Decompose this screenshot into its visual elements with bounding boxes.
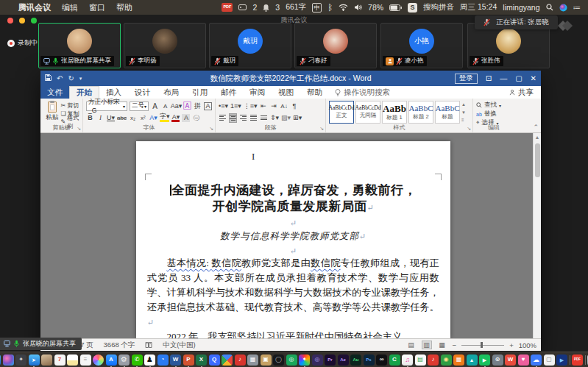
clipboard-dialog-launcher[interactable]: ↘ (77, 126, 81, 132)
font-name-combo[interactable]: 方正小标宋_G▾ (86, 101, 127, 111)
notification-count-icon[interactable] (238, 4, 247, 11)
tab-references[interactable]: 引用 (185, 86, 214, 99)
dock-icon[interactable]: ✶ (299, 354, 310, 366)
dock-icon[interactable]: ▶ (556, 354, 567, 366)
tab-mailings[interactable]: 邮件 (214, 86, 243, 99)
dock-icon[interactable]: Ps (364, 354, 375, 366)
participant-tile[interactable]: 张居晓的屏幕共享 (38, 23, 121, 68)
participant-tile[interactable]: 小艳 凌小艳 (380, 23, 463, 68)
shrink-font-button[interactable]: A (161, 101, 169, 111)
close-button[interactable]: ✕ (531, 74, 536, 82)
dock-icon[interactable]: C (389, 354, 400, 366)
style-title[interactable]: AaBbC 标题 (435, 101, 460, 124)
align-left-button[interactable] (219, 113, 227, 123)
participant-tile[interactable]: 刁春好 (294, 23, 377, 68)
sogou-label[interactable]: 搜狗拼音 (423, 2, 454, 13)
dock-icon[interactable]: ✆ (132, 354, 143, 366)
styles-gallery-expand[interactable]: ≡ (461, 118, 466, 122)
ribbon-display-options-icon[interactable]: ⊡ (486, 74, 492, 82)
menubar-clock[interactable]: 周三 15:24 (460, 2, 497, 13)
dock-icon[interactable]: ◔ (157, 354, 169, 366)
participant-tile[interactable]: 戴玥 戴玥 (209, 23, 291, 68)
style-heading2[interactable]: AaBbC 标题 2 (408, 101, 433, 124)
distribute-button[interactable] (260, 113, 268, 123)
dock-icon[interactable]: Q (209, 354, 220, 366)
dock-icon[interactable]: ◉ (441, 354, 452, 366)
dock-icon[interactable]: ▦ (247, 354, 258, 366)
styles-scroll-down[interactable]: ▼ (461, 110, 466, 115)
print-layout-button[interactable]: ▥ (422, 341, 432, 349)
tell-me-search[interactable]: 操作说明搜索 (329, 86, 396, 99)
menu-app-name[interactable]: 腾讯会议 (18, 2, 51, 13)
justify-button[interactable] (249, 113, 258, 123)
dock-icon[interactable]: ♪ (235, 354, 246, 366)
style-heading1[interactable]: AaBb 标题 1 (382, 101, 407, 124)
dock-icon[interactable]: ▣ (261, 354, 272, 366)
volume-icon[interactable] (354, 4, 362, 11)
tab-file[interactable]: 文件 (40, 86, 69, 99)
dock-icon[interactable]: ⚙ (118, 354, 130, 366)
dock-icon[interactable]: ▤ (415, 354, 426, 366)
dock-icon[interactable]: ▶ (479, 354, 490, 366)
subscript-button[interactable]: x₂ (129, 113, 137, 123)
ime-indicator[interactable]: 中 (312, 3, 322, 13)
font-dialog-launcher[interactable]: ↘ (209, 126, 213, 132)
scroll-up-arrow[interactable]: ▲ (534, 135, 541, 140)
tab-review[interactable]: 审阅 (243, 86, 272, 99)
paragraph-dialog-launcher[interactable]: ↘ (319, 126, 324, 132)
document-page[interactable]: I 全面提升内涵建设，踔厉奋发，勇毅前行， 开创学院高质量发展新局面↵ ↵ 数学… (136, 141, 450, 338)
maximize-button[interactable]: ▢ (515, 74, 522, 82)
participant-tile[interactable]: 张胜伟 (467, 23, 550, 68)
text-effects-button[interactable]: A▾ (149, 113, 157, 123)
vertical-scrollbar[interactable]: ▲ (533, 133, 541, 338)
menu-help[interactable]: 帮助 (116, 2, 132, 13)
dock-icon[interactable]: ◯ (273, 354, 284, 366)
bold-button[interactable]: B (86, 113, 94, 123)
phonetic-guide-button[interactable]: 拼 (194, 101, 202, 111)
italic-button[interactable]: I (96, 113, 105, 123)
tab-insert[interactable]: 插入 (99, 86, 128, 99)
dock-icon[interactable]: ✦ (15, 354, 26, 366)
dock-icon[interactable]: W (505, 354, 516, 366)
dock-icon[interactable] (93, 354, 104, 366)
spotlight-search-icon[interactable] (546, 4, 553, 11)
align-right-button[interactable] (239, 113, 247, 123)
dock-icon[interactable]: Pr (325, 354, 336, 366)
dock-icon[interactable] (585, 355, 586, 365)
sogou-icon[interactable]: S (408, 3, 417, 13)
signin-button[interactable]: 登录 (455, 74, 478, 84)
bluetooth-icon[interactable]: ᛒ (327, 3, 333, 12)
notification-center-icon[interactable]: ≔ (573, 3, 581, 12)
multilevel-list-button[interactable]: ⋮≡▾ (244, 101, 258, 111)
dock-icon[interactable]: A (106, 354, 117, 366)
replace-button[interactable]: ab 替换 (476, 110, 511, 118)
dock-icon[interactable] (570, 355, 570, 365)
dock-icon[interactable] (3, 354, 14, 366)
cut-button[interactable]: ✂ 剪切 (60, 101, 79, 110)
redo-icon[interactable]: ↻ (68, 74, 74, 82)
battery-icon[interactable] (389, 4, 402, 11)
shading-button[interactable]: ▨▾ (281, 113, 291, 123)
sort-button[interactable]: A↓ (280, 101, 288, 111)
tab-help[interactable]: 帮助 (300, 86, 329, 99)
line-spacing-button[interactable]: ⇕▾ (270, 113, 279, 123)
dock-icon[interactable]: Ae (338, 354, 349, 366)
dock-icon[interactable] (222, 354, 233, 366)
wifi-icon[interactable] (339, 4, 348, 11)
align-center-button[interactable] (229, 113, 237, 123)
find-button[interactable]: 查找 ▾ (476, 101, 511, 110)
dock-icon[interactable]: X (196, 354, 207, 366)
dock-icon[interactable]: ♪ (428, 354, 439, 366)
dock-icon[interactable]: ▢ (544, 354, 555, 366)
style-no-spacing[interactable]: AaBbCcDd 无间隔 (355, 101, 380, 124)
change-case-button[interactable]: Aa▾ (171, 101, 181, 111)
pdf-status-icon[interactable]: PDF (222, 3, 233, 12)
undo-icon[interactable]: ↶ (57, 74, 63, 82)
paste-button[interactable]: 粘贴 (43, 100, 60, 126)
styles-scroll-up[interactable]: ▲ (461, 102, 466, 107)
zoom-in-button[interactable]: + (509, 341, 514, 349)
tab-home[interactable]: 开始 (69, 86, 99, 99)
menu-window[interactable]: 窗口 (89, 2, 105, 13)
dock-icon[interactable]: ☺ (0, 354, 1, 366)
collapse-ribbon-icon[interactable]: ⌃ (533, 124, 539, 131)
